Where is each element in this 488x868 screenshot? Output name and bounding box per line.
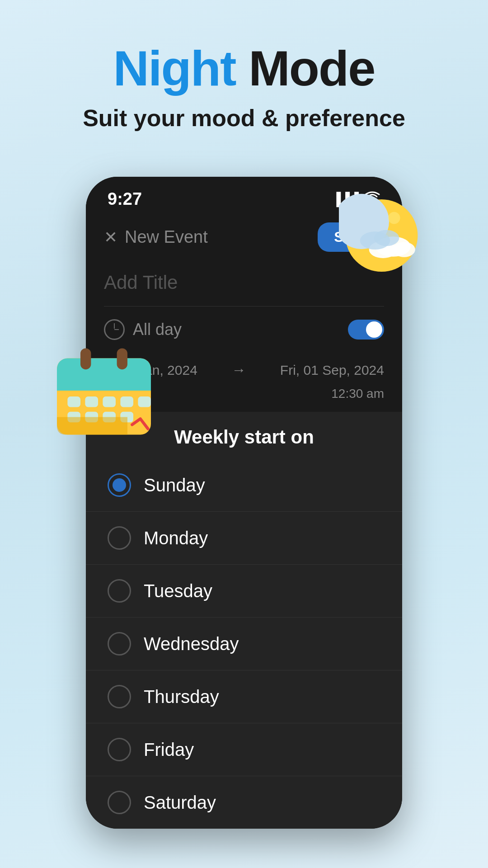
svg-rect-8: [120, 396, 133, 407]
phone-container: 9:27 ▐▐▐ ✕ New Event Save: [86, 177, 402, 829]
radio-inner-sunday: [113, 478, 126, 492]
toggle-knob: [366, 321, 382, 338]
radio-monday[interactable]: [108, 526, 131, 550]
svg-rect-6: [85, 396, 98, 407]
radio-friday[interactable]: [108, 738, 131, 761]
radio-wednesday[interactable]: [108, 632, 131, 656]
svg-point-21: [374, 230, 399, 246]
svg-rect-5: [67, 396, 80, 407]
day-option-friday[interactable]: Friday: [86, 723, 402, 776]
main-title: Night Mode: [27, 41, 461, 95]
radio-sunday[interactable]: [108, 473, 131, 497]
calendar-sticker: [45, 326, 163, 443]
all-day-toggle[interactable]: [348, 320, 384, 340]
radio-tuesday[interactable]: [108, 579, 131, 603]
day-label-saturday: Saturday: [144, 793, 216, 813]
night-word: Night: [113, 40, 236, 96]
svg-rect-9: [138, 396, 151, 407]
day-option-thursday[interactable]: Thursday: [86, 670, 402, 723]
day-label-wednesday: Wednesday: [144, 634, 239, 654]
radio-thursday[interactable]: [108, 685, 131, 708]
day-label-friday: Friday: [144, 740, 194, 760]
day-option-wednesday[interactable]: Wednesday: [86, 618, 402, 670]
add-title-placeholder: Add Title: [104, 272, 178, 293]
new-event-label: New Event: [125, 227, 208, 247]
end-date: Fri, 01 Sep, 2024: [280, 363, 384, 378]
day-option-sunday[interactable]: Sunday: [86, 459, 402, 512]
weekly-section: Weekly start on Sunday Monday Tuesday: [86, 412, 402, 829]
svg-rect-7: [103, 396, 116, 407]
day-option-saturday[interactable]: Saturday: [86, 776, 402, 829]
day-label-monday: Monday: [144, 528, 208, 548]
day-label-thursday: Thursday: [144, 687, 219, 707]
end-time: 12:30 am: [331, 387, 384, 401]
radio-saturday[interactable]: [108, 791, 131, 814]
svg-point-16: [388, 212, 400, 224]
svg-rect-3: [80, 348, 91, 369]
day-label-sunday: Sunday: [144, 475, 205, 495]
svg-point-19: [393, 242, 415, 257]
svg-rect-4: [117, 348, 127, 369]
close-area: ✕ New Event: [104, 227, 208, 247]
svg-rect-2: [57, 376, 151, 391]
day-option-tuesday[interactable]: Tuesday: [86, 565, 402, 618]
page-header: Night Mode Suit your mood & preference: [0, 0, 488, 159]
arrow-icon: →: [231, 362, 246, 378]
close-icon[interactable]: ✕: [104, 228, 117, 247]
header-subtitle: Suit your mood & preference: [27, 104, 461, 132]
day-label-tuesday: Tuesday: [144, 581, 212, 601]
moon-sticker: [339, 190, 429, 272]
mode-word: Mode: [236, 40, 375, 96]
day-option-monday[interactable]: Monday: [86, 512, 402, 565]
status-time: 9:27: [108, 189, 142, 209]
